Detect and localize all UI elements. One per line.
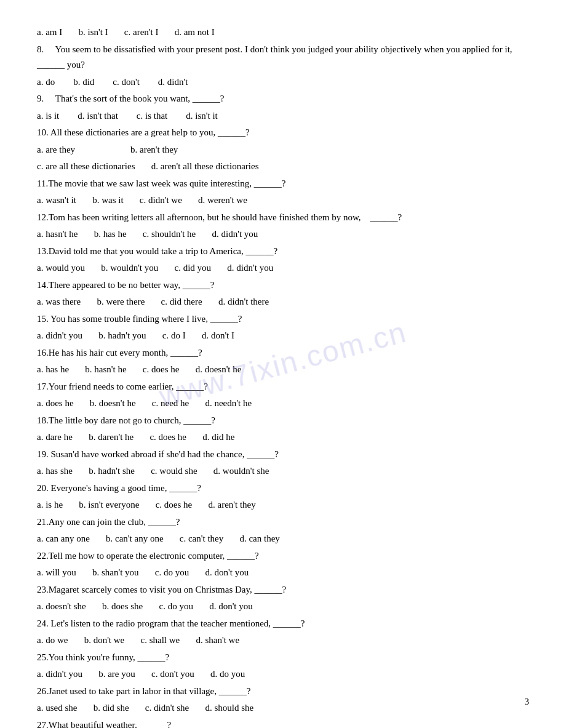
q16: 16.He has his hair cut every month, ____… xyxy=(37,345,529,361)
q21-options: a. can any one b. can't any one c. can't… xyxy=(37,531,529,547)
q21: 21.Any one can join the club, ______? xyxy=(37,514,529,530)
q15: 15. You has some trouble finding where I… xyxy=(37,311,529,327)
q25-options: a. didn't you b. are you c. don't you d.… xyxy=(37,666,529,682)
q18: 18.The little boy dare not go to church,… xyxy=(37,413,529,429)
q13: 13.David told me that you would take a t… xyxy=(37,244,529,260)
q13-options: a. would you b. wouldn't you c. did you … xyxy=(37,260,529,276)
q9-options: a. is it d. isn't that c. is that d. isn… xyxy=(37,108,529,124)
q17-options: a. does he b. doesn't he c. need he d. n… xyxy=(37,396,529,412)
q22: 22.Tell me how to operate the electronic… xyxy=(37,548,529,564)
q8: 8. You seem to be dissatisfied with your… xyxy=(37,42,529,73)
q24-options: a. do we b. don't we c. shall we d. shan… xyxy=(37,633,529,649)
q10-options-1: a. are they b. aren't they xyxy=(37,142,529,158)
q9: 9. That's the sort of the book you want,… xyxy=(37,91,529,107)
q17: 17.Your friend needs to come earlier, __… xyxy=(37,379,529,395)
page-number: 3 xyxy=(525,694,530,710)
line-intro: a. am I b. isn't I c. aren't I d. am not… xyxy=(37,25,529,41)
q24: 24. Let's listen to the radio program th… xyxy=(37,616,529,632)
q15-options: a. didn't you b. hadn't you c. do I d. d… xyxy=(37,328,529,344)
q22-options: a. will you b. shan't you c. do you d. d… xyxy=(37,565,529,581)
q11-options: a. wasn't it b. was it c. didn't we d. w… xyxy=(37,193,529,209)
q10-options-2: c. are all these dictionaries d. aren't … xyxy=(37,159,529,175)
q26: 26.Janet used to take part in labor in t… xyxy=(37,684,529,700)
q26-options: a. used she b. did she c. didn't she d. … xyxy=(37,700,529,716)
q20-options: a. is he b. isn't everyone c. does he d.… xyxy=(37,497,529,513)
q14-options: a. was there b. were there c. did there … xyxy=(37,294,529,310)
q25: 25.You think you're funny, ______? xyxy=(37,650,529,666)
q12-options: a. hasn't he b. has he c. shouldn't he d… xyxy=(37,226,529,242)
page-content: a. am I b. isn't I c. aren't I d. am not… xyxy=(37,25,529,728)
q12: 12.Tom has been writing letters all afte… xyxy=(37,210,529,226)
q11: 11.The movie that we saw last week was q… xyxy=(37,176,529,192)
q8-options: a. do b. did c. don't d. didn't xyxy=(37,74,529,90)
q20: 20. Everyone's having a good time, _____… xyxy=(37,481,529,497)
q27: 27.What beautiful weather, ______? xyxy=(37,718,529,729)
q19: 19. Susan'd have worked abroad if she'd … xyxy=(37,447,529,463)
q18-options: a. dare he b. daren't he c. does he d. d… xyxy=(37,430,529,446)
q10: 10. All these dictionaries are a great h… xyxy=(37,125,529,141)
q19-options: a. has she b. hadn't she c. would she d.… xyxy=(37,463,529,479)
q23: 23.Magaret scarcely comes to visit you o… xyxy=(37,582,529,598)
q23-options: a. doesn't she b. does she c. do you d. … xyxy=(37,599,529,615)
q16-options: a. has he b. hasn't he c. does he d. doe… xyxy=(37,362,529,378)
q14: 14.There appeared to be no better way, _… xyxy=(37,278,529,294)
